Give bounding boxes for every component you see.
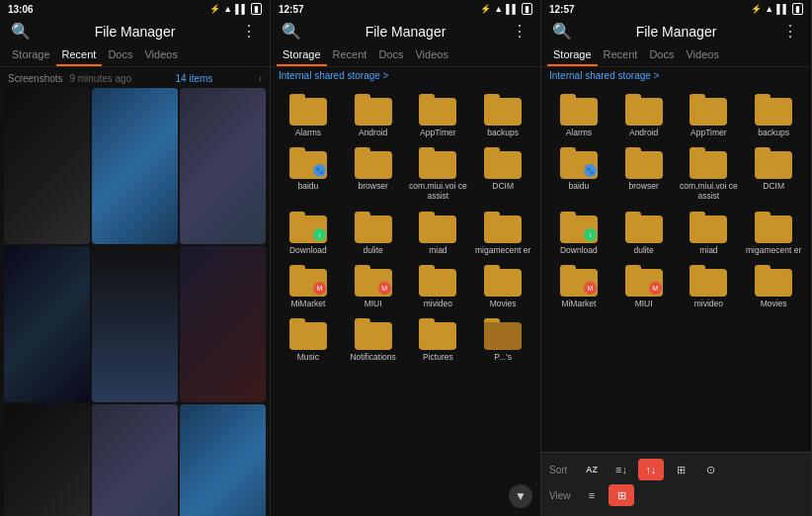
thumb-7[interactable]	[4, 404, 90, 516]
battery-icon-3: ▮	[792, 3, 803, 15]
folder-migamecenter-3[interactable]: migamecent er	[742, 208, 805, 259]
folder-voiceassist[interactable]: com.miui.voi ceassist	[407, 143, 470, 205]
breadcrumb-3[interactable]: Internal shared storage >	[541, 67, 811, 84]
sort-size[interactable]: ↑↓	[638, 459, 664, 480]
tab-docs-2[interactable]: Docs	[372, 44, 409, 66]
folder-scroll-3[interactable]: Alarms Android AppTimer backups 🐾	[541, 84, 811, 452]
folder-miad[interactable]: miad	[407, 208, 470, 259]
sort-grid[interactable]: ⊞	[668, 459, 693, 480]
sort-az[interactable]: AZ	[579, 459, 605, 480]
status-bar-1: 13:06 ⚡ ▲ ▌▌ ▮	[0, 0, 270, 18]
folder-miui[interactable]: M MIUI	[342, 261, 405, 312]
thumb-3[interactable]	[180, 88, 266, 244]
folder-download-3[interactable]: ↓ Download	[547, 208, 610, 259]
folder-notifications[interactable]: Notifications	[342, 314, 405, 366]
folder-label-dcim: DCIM	[492, 181, 514, 191]
sort-time[interactable]: ⊙	[697, 459, 723, 480]
view-options: ≡ ⊞	[579, 484, 634, 506]
tab-storage-1[interactable]: Storage	[6, 44, 56, 66]
folder-icon-miad	[419, 212, 456, 243]
folder-migamecenter[interactable]: migamecent er	[471, 208, 534, 259]
folder-pictures[interactable]: Pictures	[407, 314, 470, 366]
view-list[interactable]: ≡	[579, 484, 605, 506]
folder-more[interactable]: P...'s	[471, 314, 534, 366]
status-time-1: 13:06	[8, 4, 34, 15]
tab-docs-3[interactable]: Docs	[643, 44, 680, 66]
folder-browser-3[interactable]: browser	[612, 143, 676, 205]
search-icon-3[interactable]: 🔍	[551, 22, 573, 41]
folder-mimarket[interactable]: M MiMarket	[277, 261, 340, 312]
folder-apptimer-3[interactable]: AppTimer	[678, 90, 741, 141]
thumb-9[interactable]	[180, 404, 266, 516]
folder-alarms-3[interactable]: Alarms	[547, 90, 610, 141]
recent-scroll[interactable]: Screenshots 9 minutes ago 14 items ›	[0, 67, 270, 516]
search-icon-1[interactable]: 🔍	[10, 22, 32, 41]
tab-recent-2[interactable]: Recent	[327, 44, 373, 66]
folder-icon-mimarket: M	[289, 265, 327, 297]
folder-voiceassist-3[interactable]: com.miui.voi ceassist	[678, 143, 741, 205]
thumb-1[interactable]	[4, 88, 90, 244]
panel-storage-2: 12:57 ⚡ ▲ ▌▌ ▮ 🔍 File Manager ⋮ Storage …	[541, 0, 812, 516]
folder-dulite[interactable]: dulite	[342, 208, 405, 259]
folder-mimarket-3[interactable]: M MiMarket	[547, 261, 610, 312]
folder-download[interactable]: ↓ Download	[277, 208, 340, 259]
folder-icon-migamecenter	[484, 212, 522, 243]
folder-label-pictures: Pictures	[423, 352, 453, 362]
tab-videos-1[interactable]: Videos	[138, 44, 183, 66]
more-icon-2[interactable]: ⋮	[509, 22, 530, 41]
sort-list[interactable]: ≡↓	[609, 459, 634, 480]
folder-miui-3[interactable]: M MIUI	[612, 261, 676, 312]
app-header-1: 🔍 File Manager ⋮	[0, 18, 270, 44]
battery-icon: ▮	[251, 3, 262, 15]
folder-apptimer[interactable]: AppTimer	[407, 90, 470, 141]
thumb-5[interactable]	[92, 246, 178, 402]
folder-mivideo[interactable]: mivideo	[407, 261, 470, 312]
bluetooth-icon-3: ⚡	[751, 4, 762, 14]
thumb-8[interactable]	[92, 404, 178, 516]
badge-miui-3: M	[649, 282, 662, 295]
folder-dcim[interactable]: DCIM	[471, 143, 534, 205]
folder-mivideo-3[interactable]: mivideo	[678, 261, 741, 312]
folder-baidu-3[interactable]: 🐾 baidu	[547, 143, 610, 205]
folder-browser[interactable]: browser	[342, 143, 405, 205]
tab-storage-3[interactable]: Storage	[547, 44, 598, 66]
bluetooth-icon-2: ⚡	[480, 4, 491, 14]
tab-recent-1[interactable]: Recent	[56, 44, 103, 66]
bottom-toolbar: Sort AZ ≡↓ ↑↓ ⊞ ⊙ View ≡ ⊞	[541, 452, 811, 516]
folder-alarms[interactable]: Alarms	[277, 90, 340, 141]
folder-movies[interactable]: Movies	[471, 261, 534, 312]
filter-icon[interactable]: ▼	[509, 484, 532, 508]
sort-label: Sort	[549, 465, 579, 475]
tab-videos-2[interactable]: Videos	[409, 44, 453, 66]
folder-scroll-2[interactable]: Alarms Android AppTimer	[271, 84, 540, 516]
folder-music[interactable]: Music	[277, 314, 340, 366]
folder-android[interactable]: Android	[342, 90, 405, 141]
tab-videos-3[interactable]: Videos	[680, 44, 724, 66]
folder-dulite-3[interactable]: dulite	[612, 208, 676, 259]
more-icon-3[interactable]: ⋮	[779, 22, 801, 41]
status-time-3: 12:57	[549, 4, 575, 15]
folder-backups-3[interactable]: backups	[742, 90, 805, 141]
folder-grid-2: Alarms Android AppTimer	[275, 88, 536, 368]
filter-button-2[interactable]: ▼	[509, 484, 532, 508]
folder-icon-notifications	[355, 318, 392, 350]
thumb-6[interactable]	[180, 246, 266, 402]
tab-docs-1[interactable]: Docs	[102, 44, 138, 66]
folder-icon-movies	[484, 265, 522, 297]
folder-baidu[interactable]: 🐾 baidu	[277, 143, 340, 205]
badge-paw-3: 🐾	[584, 164, 597, 177]
tab-storage-2[interactable]: Storage	[277, 44, 327, 66]
folder-backups[interactable]: backups	[471, 90, 534, 141]
section-arrow-1[interactable]: ›	[259, 73, 262, 84]
view-grid[interactable]: ⊞	[609, 484, 634, 506]
thumb-2[interactable]	[92, 88, 178, 244]
thumb-4[interactable]	[4, 246, 90, 402]
more-icon-1[interactable]: ⋮	[238, 22, 260, 41]
search-icon-2[interactable]: 🔍	[281, 22, 302, 41]
folder-dcim-3[interactable]: DCIM	[742, 143, 805, 205]
breadcrumb-2[interactable]: Internal shared storage >	[271, 67, 540, 84]
folder-android-3[interactable]: Android	[612, 90, 676, 141]
folder-movies-3[interactable]: Movies	[742, 261, 805, 312]
tab-recent-3[interactable]: Recent	[598, 44, 644, 66]
folder-miad-3[interactable]: miad	[678, 208, 741, 259]
